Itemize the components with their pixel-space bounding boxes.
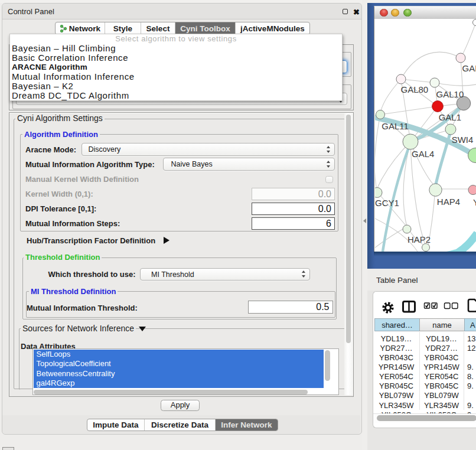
svg-text:GAL10: GAL10	[436, 89, 464, 99]
svg-text:Y: Y	[473, 197, 476, 207]
svg-text:GAL1: GAL1	[439, 112, 461, 122]
svg-text:GAL80: GAL80	[401, 84, 429, 94]
svg-text:GAL11: GAL11	[382, 121, 409, 131]
svg-text:GCY1: GCY1	[375, 198, 399, 208]
svg-text:HAP4: HAP4	[437, 197, 460, 207]
svg-text:HAP2: HAP2	[407, 234, 431, 244]
svg-text:GAL: GAL	[462, 63, 476, 73]
svg-text:GAL4: GAL4	[412, 149, 434, 159]
svg-text:SWI4: SWI4	[452, 135, 474, 145]
